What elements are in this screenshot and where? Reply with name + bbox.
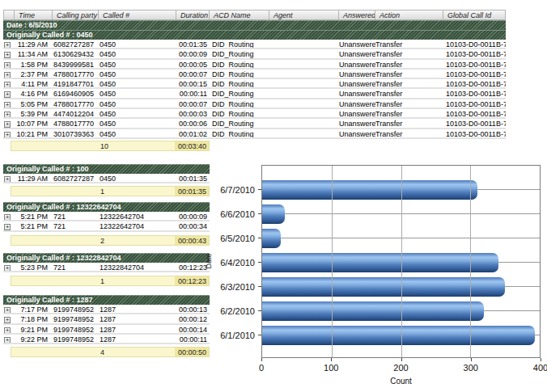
cell-duration: 00:00:07 <box>176 70 210 78</box>
header-cell-answered: Answered <box>339 10 375 20</box>
expand-row-icon[interactable]: + <box>4 42 11 48</box>
expand-row-icon[interactable]: + <box>4 102 11 107</box>
cell-time: 5:21 PM <box>15 212 53 220</box>
header-cell-agent: Agent <box>269 10 339 20</box>
table-row: +7:18 PM9199748952128700:00:12 <box>3 314 210 324</box>
expand-cell: + <box>3 109 15 117</box>
table-row: +9:21 PM9199748952128700:00:14 <box>3 325 210 335</box>
cell-action: Transfer <box>375 60 443 68</box>
summary-count: 4 <box>100 348 104 357</box>
y-tick-label: 6/3/2010 <box>197 282 255 293</box>
group-summary-100: 1 00:01:35 <box>11 186 210 196</box>
expand-row-icon[interactable]: + <box>4 52 11 57</box>
x-tick-mark <box>541 358 541 361</box>
expand-row-icon[interactable]: + <box>4 214 11 220</box>
cell-action: Transfer <box>375 89 443 97</box>
cell-agent <box>269 99 339 107</box>
cell-agent <box>269 109 339 117</box>
cell-calling-party: 721 <box>53 221 99 230</box>
expand-row-icon[interactable]: + <box>4 317 11 322</box>
cell-called: 12322842704 <box>99 263 176 271</box>
cell-duration: 00:00:09 <box>176 49 210 57</box>
summary-count: 1 <box>100 188 104 196</box>
expand-row-icon[interactable]: + <box>4 265 11 271</box>
cell-acd-name: DID_Routing <box>210 79 269 87</box>
expand-row-icon[interactable]: + <box>4 327 11 333</box>
cell-global-call-id: 10103-D0-0011B-76F <box>443 49 506 57</box>
expand-row-icon[interactable]: + <box>4 72 11 78</box>
cell-calling-party: 9199748952 <box>53 305 99 313</box>
cell-called: 0450 <box>99 99 176 107</box>
cell-calling-party: 721 <box>53 263 99 271</box>
summary-total-duration: 00:03:40 <box>175 141 209 150</box>
cell-duration: 00:00:34 <box>176 221 210 230</box>
expand-row-icon[interactable]: + <box>4 82 11 87</box>
cell-agent <box>269 119 339 127</box>
cell-called: 0450 <box>99 49 176 57</box>
cell-answered: Unanswered <box>339 119 375 127</box>
expand-cell: + <box>3 335 15 343</box>
expand-row-icon[interactable]: + <box>4 121 11 127</box>
cell-agent <box>269 129 339 137</box>
cell-time: 11:34 AM <box>15 49 53 57</box>
cell-called: 0450 <box>99 70 176 78</box>
expand-row-icon[interactable]: + <box>4 62 11 68</box>
table-row: +9:22 PM9199748952128700:00:11 <box>3 335 210 344</box>
expand-cell: + <box>3 40 15 48</box>
cell-called: 0450 <box>99 109 176 117</box>
table-row: +11:34 AM6130629432045000:00:09DID_Routi… <box>3 49 506 59</box>
cell-action: Transfer <box>375 79 443 87</box>
cell-calling-party: 721 <box>53 212 99 220</box>
cell-time: 5:39 PM <box>15 109 53 117</box>
table-row: +5:21 PM7211232264270400:00:34 <box>3 221 210 231</box>
x-axis-title: Count <box>261 377 541 386</box>
cell-called: 0450 <box>99 60 176 68</box>
y-tick-mark <box>258 213 261 214</box>
value-gridline <box>332 166 333 357</box>
cell-called: 0450 <box>99 119 176 127</box>
cell-acd-name: DID_Routing <box>210 49 269 57</box>
header-cell-calling-party: Calling party # <box>53 10 99 20</box>
cell-agent <box>269 70 339 78</box>
expand-cell: + <box>3 49 15 57</box>
header-cell-global-call-id: Global Call Id <box>443 10 506 20</box>
cell-time: 4:16 PM <box>15 89 53 97</box>
expand-cell: + <box>3 314 15 322</box>
group-band-0450: Originally Called # : 0450 <box>3 30 506 40</box>
cell-acd-name: DID_Routing <box>210 109 269 117</box>
expand-row-icon[interactable]: + <box>4 176 11 182</box>
expand-cell: + <box>3 70 15 78</box>
expand-cell: + <box>3 221 15 230</box>
table-row: +2:37 PM4788017770045000:00:07DID_Routin… <box>3 70 506 79</box>
cell-answered: Unanswered <box>339 109 375 117</box>
cell-answered: Unanswered <box>339 99 375 107</box>
header-cell-expand <box>3 10 15 20</box>
bar-6-1-2010 <box>262 326 535 345</box>
expand-row-icon[interactable]: + <box>4 307 11 313</box>
expand-row-icon[interactable]: + <box>4 224 11 230</box>
cell-time: 11:29 AM <box>15 174 53 182</box>
cell-time: 7:18 PM <box>15 314 53 322</box>
expand-row-icon[interactable]: + <box>4 112 11 117</box>
x-tick-label: 400 <box>533 363 547 373</box>
table-header: Time Calling party # Called # Duration A… <box>3 10 506 20</box>
cell-time: 5:05 PM <box>15 99 53 107</box>
cell-agent <box>269 49 339 57</box>
cell-answered: Unanswered <box>339 49 375 57</box>
cell-agent <box>269 40 339 48</box>
call-report-page: Time Calling party # Called # Duration A… <box>0 0 547 392</box>
cell-called: 12322642704 <box>99 221 176 230</box>
expand-cell: + <box>3 79 15 87</box>
expand-cell: + <box>3 325 15 333</box>
cell-global-call-id: 10103-D0-0011B-770 <box>443 60 506 68</box>
cell-called: 0450 <box>99 174 176 182</box>
cell-action: Transfer <box>375 119 443 127</box>
expand-row-icon[interactable]: + <box>4 132 11 137</box>
summary-count: 1 <box>100 277 104 286</box>
cell-action: Transfer <box>375 70 443 78</box>
expand-row-icon[interactable]: + <box>4 91 11 97</box>
cell-calling-party: 6082727287 <box>53 174 99 182</box>
group-summary-1287: 4 00:00:50 <box>11 347 210 357</box>
expand-row-icon[interactable]: + <box>4 337 11 343</box>
cell-calling-party: 9199748952 <box>53 325 99 333</box>
